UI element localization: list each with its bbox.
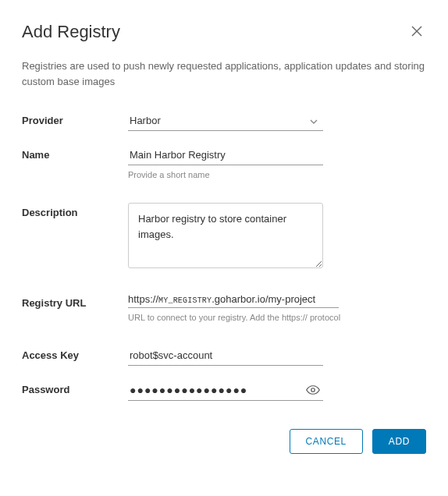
access-key-input[interactable] bbox=[128, 345, 323, 366]
close-button[interactable] bbox=[407, 22, 426, 43]
cancel-button[interactable]: CANCEL bbox=[290, 429, 363, 454]
provider-label: Provider bbox=[22, 111, 128, 126]
toggle-password-button[interactable] bbox=[304, 381, 322, 401]
name-label: Name bbox=[22, 145, 128, 161]
dialog-footer: CANCEL ADD bbox=[22, 429, 426, 454]
description-row: Description Harbor registry to store con… bbox=[22, 203, 426, 271]
access-key-row: Access Key bbox=[22, 345, 426, 366]
registry-url-label: Registry URL bbox=[22, 293, 128, 309]
provider-row: Provider bbox=[22, 111, 426, 131]
name-help: Provide a short name bbox=[128, 170, 426, 179]
dialog-header: Add Registry bbox=[22, 22, 426, 43]
dialog-intro: Registries are used to push newly reques… bbox=[22, 58, 426, 89]
close-icon bbox=[411, 28, 423, 40]
name-row: Name Provide a short name bbox=[22, 145, 426, 179]
registry-url-input[interactable]: https://MY_REGISTRY.goharbor.io/my-proje… bbox=[128, 293, 339, 308]
add-button[interactable]: ADD bbox=[372, 429, 426, 454]
description-textarea[interactable]: Harbor registry to store container image… bbox=[128, 203, 323, 268]
name-input[interactable] bbox=[128, 145, 323, 165]
provider-value[interactable] bbox=[128, 111, 323, 131]
registry-url-help: URL to connect to your registry. Add the… bbox=[128, 313, 426, 322]
access-key-label: Access Key bbox=[22, 345, 128, 361]
password-row: Password ●●●●●●●●●●●●●●●● bbox=[22, 380, 426, 401]
registry-url-row: Registry URL https://MY_REGISTRY.goharbo… bbox=[22, 293, 426, 322]
url-host: MY_REGISTRY bbox=[158, 296, 212, 305]
provider-select[interactable] bbox=[128, 111, 323, 131]
url-suffix: .goharbor.io/my-project bbox=[212, 293, 315, 305]
dialog-title: Add Registry bbox=[22, 22, 120, 42]
svg-point-2 bbox=[311, 388, 315, 392]
description-label: Description bbox=[22, 203, 128, 218]
password-label: Password bbox=[22, 380, 128, 395]
eye-icon bbox=[306, 388, 320, 399]
password-input[interactable]: ●●●●●●●●●●●●●●●● bbox=[128, 380, 323, 401]
url-prefix: https:// bbox=[128, 293, 158, 305]
